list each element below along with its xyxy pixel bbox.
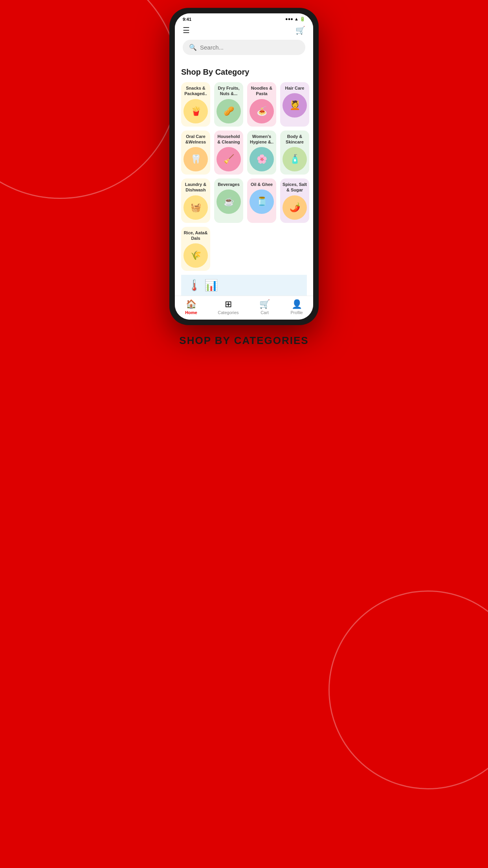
category-image-oil-ghee: 🫙 (250, 189, 274, 214)
category-card-noodles[interactable]: Noodles & Pasta 🍝 (247, 82, 276, 127)
category-name-beverages: Beverages (218, 182, 240, 187)
nav-label-profile: Profile (291, 310, 303, 315)
category-name-oil-ghee: Oil & Ghee (251, 182, 273, 187)
category-name-snacks: Snacks & Packaged.. (183, 85, 208, 97)
category-name-hair-care: Hair Care (285, 85, 305, 91)
category-card-body-skincare[interactable]: Body & Skincare 🧴 (280, 131, 309, 175)
search-bar: 🔍 (175, 40, 313, 61)
category-card-womens-hygiene[interactable]: Women's Hygiene &.. 🌸 (247, 131, 276, 175)
nav-icon-profile: 👤 (292, 299, 302, 309)
main-content: Shop By Category Snacks & Packaged.. 🍟 D… (175, 61, 313, 296)
category-card-rice-aata[interactable]: Rice, Aata& Dals 🌾 (181, 227, 210, 271)
category-image-noodles: 🍝 (250, 99, 274, 123)
cart-header-icon[interactable]: 🛒 (295, 26, 305, 35)
category-card-snacks[interactable]: Snacks & Packaged.. 🍟 (181, 82, 210, 127)
page-footer: SHOP BY CATEGORIES (179, 335, 308, 347)
category-image-laundry: 🧺 (183, 195, 208, 220)
category-card-hair-care[interactable]: Hair Care 💆 (280, 82, 309, 127)
search-input[interactable] (200, 44, 299, 51)
category-image-beverages: ☕ (216, 189, 241, 214)
nav-icon-cart: 🛒 (259, 299, 270, 309)
category-card-oil-ghee[interactable]: Oil & Ghee 🫙 (247, 178, 276, 223)
nav-icon-categories: ⊞ (225, 299, 232, 309)
category-card-beverages[interactable]: Beverages ☕ (214, 178, 243, 223)
category-name-rice-aata: Rice, Aata& Dals (183, 230, 208, 241)
category-card-spices[interactable]: Spices, Salt & Sugar 🌶️ (280, 178, 309, 223)
search-input-wrap[interactable]: 🔍 (183, 40, 305, 55)
category-card-dry-fruits[interactable]: Dry Fruits, Nuts &... 🥜 (214, 82, 243, 127)
category-name-womens-hygiene: Women's Hygiene &.. (250, 134, 274, 145)
category-image-household: 🧹 (216, 147, 241, 171)
nav-item-cart[interactable]: 🛒 Cart (259, 299, 270, 315)
category-name-laundry: Laundry & Dishwash (183, 182, 208, 193)
category-name-noodles: Noodles & Pasta (250, 85, 274, 97)
section-title: Shop By Category (181, 68, 307, 77)
app-header: ☰ 🛒 (175, 23, 313, 40)
nav-item-profile[interactable]: 👤 Profile (291, 299, 303, 315)
nav-label-cart: Cart (261, 310, 269, 315)
status-bar: 9:41 ●●● ▲ 🔋 (175, 13, 313, 23)
menu-icon[interactable]: ☰ (183, 26, 190, 35)
category-image-snacks: 🍟 (183, 99, 208, 123)
category-image-hair-care: 💆 (283, 93, 307, 118)
category-grid: Snacks & Packaged.. 🍟 Dry Fruits, Nuts &… (181, 82, 307, 275)
promo-strip: 🌡️ 📊 (181, 275, 307, 296)
category-name-oral-care: Oral Care &Welness (183, 134, 208, 145)
phone-screen: 9:41 ●●● ▲ 🔋 ☰ 🛒 🔍 Shop By Category Snac… (175, 13, 313, 320)
nav-icon-home: 🏠 (186, 299, 196, 309)
category-name-dry-fruits: Dry Fruits, Nuts &... (216, 85, 241, 97)
category-image-oral-care: 🦷 (183, 147, 208, 171)
category-image-body-skincare: 🧴 (283, 147, 307, 171)
category-card-laundry[interactable]: Laundry & Dishwash 🧺 (181, 178, 210, 223)
category-name-spices: Spices, Salt & Sugar (283, 182, 307, 193)
bottom-nav: 🏠 Home ⊞ Categories 🛒 Cart 👤 Profile (175, 296, 313, 320)
nav-item-home[interactable]: 🏠 Home (185, 299, 197, 315)
category-image-spices: 🌶️ (283, 195, 307, 220)
category-name-body-skincare: Body & Skincare (283, 134, 307, 145)
category-image-dry-fruits: 🥜 (216, 99, 241, 123)
footer-tagline: SHOP BY CATEGORIES (179, 335, 308, 347)
phone-frame: 9:41 ●●● ▲ 🔋 ☰ 🛒 🔍 Shop By Category Snac… (169, 8, 319, 325)
category-image-womens-hygiene: 🌸 (250, 147, 274, 171)
nav-item-categories[interactable]: ⊞ Categories (218, 299, 238, 315)
nav-label-home: Home (185, 310, 197, 315)
category-image-rice-aata: 🌾 (183, 243, 208, 268)
nav-label-categories: Categories (218, 310, 238, 315)
category-card-oral-care[interactable]: Oral Care &Welness 🦷 (181, 131, 210, 175)
category-card-household[interactable]: Household & Cleaning 🧹 (214, 131, 243, 175)
search-icon: 🔍 (189, 44, 197, 51)
category-name-household: Household & Cleaning (216, 134, 241, 145)
